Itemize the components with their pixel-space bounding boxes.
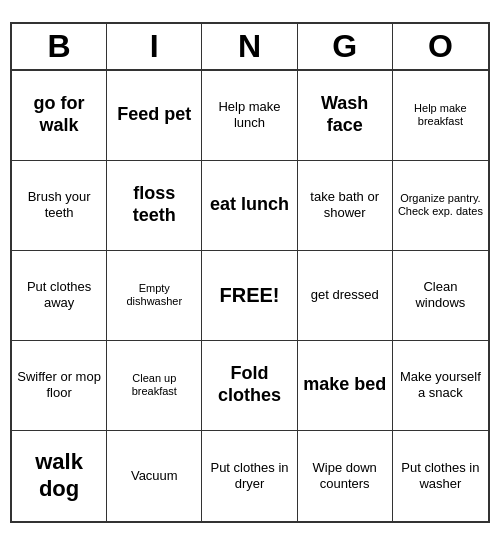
bingo-cell-19: Make yourself a snack (393, 341, 488, 431)
bingo-cell-5: Brush your teeth (12, 161, 107, 251)
bingo-cell-3: Wash face (298, 71, 393, 161)
bingo-cell-15: Swiffer or mop floor (12, 341, 107, 431)
bingo-cell-1: Feed pet (107, 71, 202, 161)
bingo-cell-9: Organize pantry. Check exp. dates (393, 161, 488, 251)
bingo-cell-16: Clean up breakfast (107, 341, 202, 431)
header-letter-g: G (298, 24, 393, 69)
header-letter-i: I (107, 24, 202, 69)
bingo-cell-12: FREE! (202, 251, 297, 341)
bingo-cell-4: Help make breakfast (393, 71, 488, 161)
bingo-cell-24: Put clothes in washer (393, 431, 488, 521)
bingo-cell-10: Put clothes away (12, 251, 107, 341)
header-letter-o: O (393, 24, 488, 69)
bingo-cell-6: floss teeth (107, 161, 202, 251)
bingo-cell-18: make bed (298, 341, 393, 431)
bingo-cell-21: Vacuum (107, 431, 202, 521)
header-letter-b: B (12, 24, 107, 69)
bingo-cell-17: Fold clothes (202, 341, 297, 431)
bingo-cell-20: walk dog (12, 431, 107, 521)
bingo-cell-23: Wipe down counters (298, 431, 393, 521)
bingo-cell-7: eat lunch (202, 161, 297, 251)
bingo-card: BINGO go for walkFeed petHelp make lunch… (10, 22, 490, 523)
bingo-cell-14: Clean windows (393, 251, 488, 341)
bingo-header: BINGO (12, 24, 488, 71)
bingo-grid: go for walkFeed petHelp make lunchWash f… (12, 71, 488, 521)
bingo-cell-11: Empty dishwasher (107, 251, 202, 341)
header-letter-n: N (202, 24, 297, 69)
bingo-cell-8: take bath or shower (298, 161, 393, 251)
bingo-cell-2: Help make lunch (202, 71, 297, 161)
bingo-cell-13: get dressed (298, 251, 393, 341)
bingo-cell-0: go for walk (12, 71, 107, 161)
bingo-cell-22: Put clothes in dryer (202, 431, 297, 521)
